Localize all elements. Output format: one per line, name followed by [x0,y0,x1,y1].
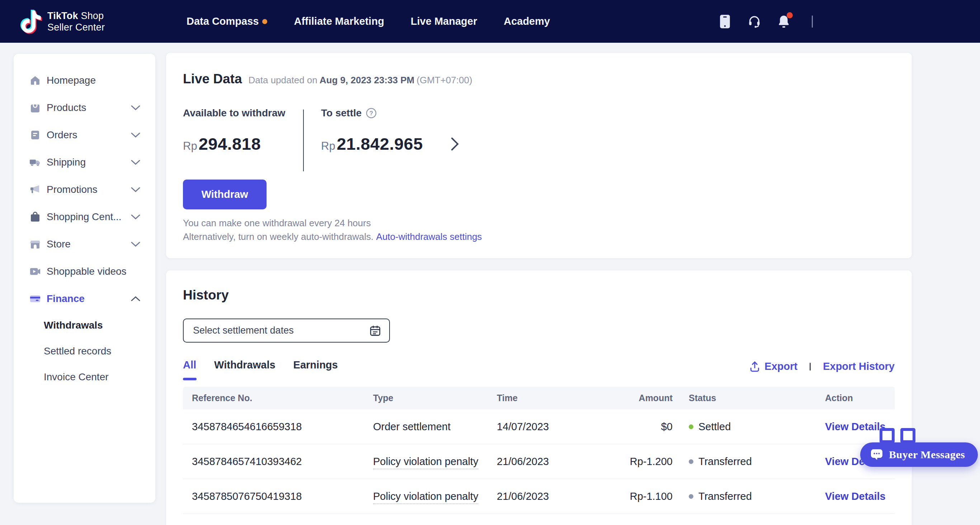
auto-withdrawals-settings-link[interactable]: Auto-withdrawals settings [376,231,482,242]
settle-currency: Rp [321,140,336,153]
sidebar-item-shopping-center[interactable]: Shopping Cent... [14,203,155,231]
shipping-truck-icon [29,156,41,168]
tab-all[interactable]: All [183,359,196,380]
orders-doc-icon [29,129,41,141]
video-camera-icon [29,266,41,277]
col-action: Action [809,393,895,403]
export-button[interactable]: Export [749,361,797,372]
seller-center-app: TikTok Shop Seller Center Data Compass A… [0,0,980,525]
chevron-down-icon [131,105,140,111]
export-history-button[interactable]: Export History [823,361,895,372]
nav-item-live-manager[interactable]: Live Manager [411,16,477,27]
col-reference: Reference No. [192,393,373,403]
tiktok-shop-logo[interactable]: TikTok Shop Seller Center [20,6,105,37]
storefront-icon [29,238,41,250]
settlement-dates-input[interactable] [183,319,390,343]
export-divider [810,363,811,370]
chevron-down-icon [131,214,140,220]
balances-row: Available to withdraw Rp 294.818 To sett… [183,107,895,171]
status-dot-transferred [689,494,694,499]
sidebar-subitem-invoice-center[interactable]: Invoice Center [14,364,155,390]
view-details-link[interactable]: View Details [825,421,886,432]
svg-text:?: ? [369,110,373,117]
cell-reference: 3458784654616659318 [192,421,373,433]
sidebar-item-shoppable-videos[interactable]: Shoppable videos [14,258,155,285]
live-data-title: Live Data [183,72,242,86]
withdraw-button[interactable]: Withdraw [183,180,267,209]
note-line-1: You can make one withdrawal every 24 hou… [183,218,371,228]
cell-time: 21/06/2023 [497,490,605,503]
history-title: History [183,288,895,303]
note-line-2: Alternatively, turn on weekly auto-withd… [183,231,374,242]
tab-earnings[interactable]: Earnings [293,359,338,380]
sidebar-subitem-settled-records[interactable]: Settled records [14,338,155,364]
table-row: 3458784657410393462 Policy violation pen… [183,444,895,479]
credit-card-icon [29,293,41,305]
cell-type: Policy violation penalty [373,490,497,503]
cell-action: View Details [809,490,895,503]
sidebar-nav: Homepage Products Orders Shipping Promot… [14,54,155,503]
notification-bell-icon[interactable] [777,15,790,28]
history-card: History All Withdrawals Earnings Export … [166,270,912,525]
buyer-messages-button[interactable]: Buyer Messages [860,442,978,467]
to-settle-block: To settle ? Rp 21.842.965 [321,107,460,171]
cell-time: 14/07/2023 [497,421,605,433]
table-row: 3458784654616659318 Order settlement 14/… [183,409,895,444]
cell-status: Transferred [673,456,809,468]
sidebar-item-shipping[interactable]: Shipping [14,148,155,176]
mobile-icon[interactable] [719,15,732,28]
available-label: Available to withdraw [183,107,303,119]
megaphone-icon [29,184,41,195]
cell-amount: $0 [605,421,673,433]
col-amount: Amount [605,393,673,403]
primary-nav: Data Compass Affiliate Marketing Live Ma… [186,0,550,43]
chat-bubble-icon [870,448,883,461]
new-feature-dot [262,19,267,24]
cell-type: Policy violation penalty [373,456,497,468]
export-upload-icon [749,361,760,372]
withdrawal-notes: You can make one withdrawal every 24 hou… [183,216,482,244]
help-question-icon[interactable]: ? [366,108,377,118]
settle-amount: 21.842.965 [337,134,423,154]
cell-type: Order settlement [373,421,497,433]
home-icon [29,75,41,86]
cell-status: Settled [673,421,809,433]
chevron-down-icon [131,241,140,247]
navbar-utilities [719,0,980,43]
cell-status: Transferred [673,490,809,503]
live-data-card: Live Data Data updated onAug 9, 2023 23:… [166,53,912,258]
settlement-date-picker [183,319,390,343]
status-dot-settled [689,424,694,429]
col-status: Status [673,393,809,403]
notification-badge-dot [787,12,793,18]
status-dot-transferred [689,459,694,464]
shopping-center-bag-icon [29,211,41,223]
cell-reference: 3458785076750419318 [192,490,373,503]
data-updated-text: Data updated onAug 9, 2023 23:33 PM(GMT+… [248,75,473,86]
chevron-down-icon [131,132,140,138]
history-tabs-row: All Withdrawals Earnings Export Export H… [183,359,895,380]
history-table: Reference No. Type Time Amount Status Ac… [183,387,895,514]
sidebar-subitem-withdrawals[interactable]: Withdrawals [14,313,155,338]
sidebar-item-store[interactable]: Store [14,231,155,258]
nav-item-academy[interactable]: Academy [504,16,550,27]
balance-divider [303,110,304,171]
tab-withdrawals[interactable]: Withdrawals [214,359,275,380]
navbar-divider [812,16,813,28]
nav-item-data-compass[interactable]: Data Compass [186,16,267,27]
settle-details-chevron-right-icon[interactable] [450,137,460,151]
sidebar-item-promotions[interactable]: Promotions [14,176,155,203]
sidebar-item-finance[interactable]: Finance [14,285,155,313]
nav-item-affiliate-marketing[interactable]: Affiliate Marketing [294,16,384,27]
cell-amount: Rp-1.200 [605,456,673,468]
available-currency: Rp [183,140,197,153]
chevron-down-icon [131,160,140,165]
sidebar-item-orders[interactable]: Orders [14,121,155,148]
headset-support-icon[interactable] [748,15,761,28]
view-details-link[interactable]: View Details [825,490,886,502]
sidebar-item-homepage[interactable]: Homepage [14,67,155,94]
cell-time: 21/06/2023 [497,456,605,468]
chevron-up-icon [131,296,140,302]
sidebar-item-products[interactable]: Products [14,94,155,121]
col-type: Type [373,393,497,403]
